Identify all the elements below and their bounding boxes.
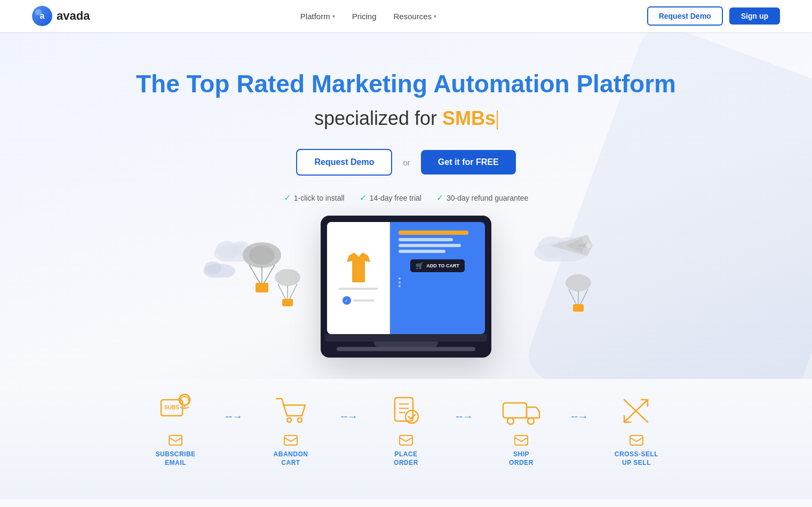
- svg-point-42: [528, 418, 534, 424]
- svg-rect-33: [284, 435, 297, 445]
- workflow-step-abandon: ABANDONCART: [249, 390, 332, 467]
- laptop-illustration: ✓ 🛒 ADD TO CART: [321, 216, 491, 358]
- nav-request-demo-button[interactable]: Request Demo: [647, 6, 723, 26]
- svg-rect-46: [630, 435, 643, 445]
- workflow-step-ship: SHIPORDER: [480, 390, 563, 467]
- hero-get-free-button[interactable]: Get it for FREE: [421, 150, 516, 175]
- workflow-arrow-1: - - →: [217, 410, 249, 446]
- svg-line-12: [278, 284, 285, 299]
- hero-section: The Top Rated Marketing Automation Platf…: [0, 32, 812, 379]
- step-label-ship: SHIPORDER: [509, 450, 534, 467]
- check-icon-3: ✓: [436, 193, 443, 203]
- abandon-cart-icon: [272, 392, 309, 430]
- email-icon-1: [168, 434, 183, 446]
- hero-request-demo-button[interactable]: Request Demo: [296, 149, 392, 176]
- nav-resources[interactable]: Resources ▾: [394, 12, 437, 21]
- parachute-small: [273, 267, 302, 317]
- crosssell-icon-area: [618, 390, 655, 432]
- email-icon-2: [283, 434, 298, 446]
- trust-badges: ✓ 1-click to install ✓ 14-day free trial…: [11, 193, 801, 203]
- email-icon-4: [514, 434, 529, 446]
- step-label-abandon: ABANDONCART: [274, 450, 308, 467]
- check-icon-1: ✓: [284, 193, 291, 203]
- hero-subtitle: specialized for SMBs: [11, 107, 801, 130]
- workflow-step-subscribe: SUBS SUBSCRIBEEMAIL: [134, 390, 217, 467]
- ship-icon-area: [500, 390, 543, 432]
- svg-point-11: [275, 269, 300, 286]
- workflow-section: SUBS SUBSCRIBEEMAIL - - →: [0, 379, 812, 499]
- airplane-icon: [545, 229, 598, 264]
- svg-point-31: [287, 418, 291, 422]
- trust-badge-trial: ✓ 14-day free trial: [360, 193, 421, 203]
- svg-rect-40: [503, 403, 527, 418]
- hero-highlight: SMBs: [442, 107, 496, 129]
- nav-platform[interactable]: Platform ▾: [300, 12, 335, 21]
- svg-line-14: [290, 284, 297, 299]
- svg-rect-10: [256, 283, 268, 292]
- svg-rect-39: [400, 435, 412, 445]
- svg-point-4: [204, 262, 221, 274]
- svg-rect-43: [515, 435, 528, 445]
- workflow-arrow-2: - - →: [332, 410, 364, 446]
- workflow-arrow-3: - - →: [448, 410, 480, 446]
- email-icon-3: [399, 434, 413, 446]
- chevron-down-icon: ▾: [332, 13, 335, 19]
- logo-text: avada: [57, 9, 90, 23]
- ship-order-icon: [500, 392, 543, 430]
- trust-badge-refund: ✓ 30-day refund guarantee: [436, 193, 528, 203]
- svg-line-22: [569, 289, 576, 304]
- abandon-icon-area: [272, 390, 309, 432]
- svg-point-6: [249, 245, 275, 265]
- chevron-down-icon-2: ▾: [434, 13, 436, 19]
- crosssell-icon: [618, 392, 655, 430]
- subscribe-icon: SUBS: [157, 392, 194, 430]
- or-text: or: [403, 158, 410, 167]
- hero-buttons: Request Demo or Get it for FREE: [11, 149, 801, 176]
- subscribe-icon-area: SUBS: [157, 390, 194, 432]
- hero-title: The Top Rated Marketing Automation Platf…: [11, 69, 801, 99]
- svg-marker-16: [347, 252, 370, 282]
- svg-text:SUBS: SUBS: [164, 405, 179, 410]
- svg-line-24: [580, 289, 588, 304]
- nav-signup-button[interactable]: Sign up: [729, 7, 780, 25]
- svg-rect-25: [573, 304, 584, 312]
- cursor: [497, 110, 498, 130]
- logo[interactable]: a avada: [32, 6, 90, 26]
- trust-badge-install: ✓ 1-click to install: [284, 193, 345, 203]
- logo-icon: a: [32, 6, 52, 26]
- step-label-subscribe: SUBSCRIBEEMAIL: [155, 450, 195, 467]
- nav-links: Platform ▾ Pricing Resources ▾: [300, 12, 436, 21]
- email-icon-5: [629, 434, 644, 446]
- svg-rect-30: [169, 435, 182, 445]
- place-icon-area: [387, 390, 425, 432]
- svg-point-32: [298, 418, 302, 422]
- svg-point-41: [507, 418, 514, 424]
- workflow-arrow-4: - - →: [563, 410, 595, 446]
- step-label-place: PLACEORDER: [394, 450, 418, 467]
- svg-rect-15: [282, 299, 293, 306]
- parachute-right: [563, 272, 593, 322]
- check-icon-2: ✓: [360, 193, 367, 203]
- nav-pricing[interactable]: Pricing: [352, 12, 377, 21]
- nav-actions: Request Demo Sign up: [647, 6, 780, 26]
- svg-point-20: [586, 243, 591, 248]
- place-order-icon: [387, 392, 425, 430]
- workflow-step-place: PLACEORDER: [364, 390, 448, 467]
- step-label-crosssell: CROSS-SELLUP SELL: [615, 450, 658, 467]
- cloud-left-2: [198, 256, 241, 280]
- workflow-step-crosssell: CROSS-SELLUP SELL: [595, 390, 678, 467]
- svg-point-21: [566, 274, 591, 291]
- navigation: a avada Platform ▾ Pricing Resources ▾ R…: [0, 0, 812, 32]
